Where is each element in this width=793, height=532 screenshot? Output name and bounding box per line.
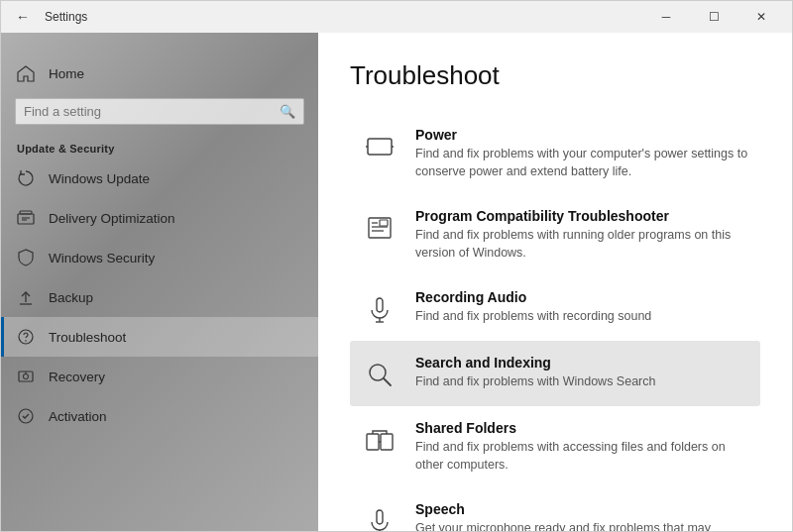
section-label: Update & Security (1, 133, 318, 159)
troubleshoot-list: Power Find and fix problems with your co… (350, 113, 760, 531)
titlebar: ← Settings ─ ☐ ✕ (1, 1, 792, 33)
ts-desc-program-compatibility: Find and fix problems with running older… (415, 227, 748, 262)
ts-text-program-compatibility: Program Compatibility Troubleshooter Fin… (415, 208, 748, 262)
sidebar-item-windows-update[interactable]: Windows Update (1, 159, 318, 198)
back-button[interactable]: ← (9, 3, 37, 31)
titlebar-title: Settings (45, 10, 87, 24)
ts-text-search-indexing: Search and Indexing Find and fix problem… (415, 355, 748, 391)
minimize-button[interactable]: ─ (643, 1, 689, 33)
power-icon (362, 129, 397, 164)
titlebar-left: ← Settings (9, 3, 87, 31)
svg-rect-1 (20, 211, 32, 214)
svg-rect-22 (367, 434, 379, 450)
sidebar-item-delivery-optimization[interactable]: Delivery Optimization (1, 198, 318, 238)
recovery-icon (17, 368, 35, 385)
svg-rect-23 (381, 434, 393, 450)
ts-item-power[interactable]: Power Find and fix problems with your co… (350, 113, 760, 194)
sidebar-header (1, 33, 318, 56)
ts-name-power: Power (415, 127, 748, 143)
backup-icon (17, 288, 35, 306)
sidebar-item-backup[interactable]: Backup (1, 277, 318, 317)
ts-desc-recording-audio: Find and fix problems with recording sou… (415, 308, 748, 326)
ts-item-program-compatibility[interactable]: Program Compatibility Troubleshooter Fin… (350, 194, 760, 275)
settings-window: ← Settings ─ ☐ ✕ Home (0, 0, 793, 532)
sidebar-item-recovery[interactable]: Recovery (1, 357, 318, 396)
sidebar-item-windows-security[interactable]: Windows Security (1, 238, 318, 277)
shared-folders-icon (362, 422, 397, 458)
svg-rect-17 (377, 298, 383, 312)
activation-label: Activation (49, 409, 107, 424)
troubleshoot-label: Troubleshoot (49, 330, 126, 345)
windows-update-icon (17, 169, 35, 187)
home-label: Home (49, 66, 84, 81)
recovery-label: Recovery (49, 370, 105, 384)
ts-text-power: Power Find and fix problems with your co… (415, 127, 748, 180)
svg-point-7 (24, 374, 29, 379)
ts-text-speech: Speech Get your microphone ready and fix… (415, 501, 748, 531)
main-content: Troubleshoot Power Find and fix problems… (318, 33, 792, 531)
ts-name-search-indexing: Search and Indexing (415, 355, 748, 371)
program-compatibility-icon (362, 210, 397, 246)
ts-desc-power: Find and fix problems with your computer… (415, 146, 748, 180)
ts-name-recording-audio: Recording Audio (415, 289, 748, 305)
svg-rect-16 (380, 220, 388, 226)
svg-rect-0 (18, 214, 34, 224)
sidebar-item-activation[interactable]: Activation (1, 396, 318, 436)
sidebar: Home 🔍 Update & Security Windows Update (1, 33, 318, 531)
windows-update-label: Windows Update (49, 171, 150, 186)
titlebar-controls: ─ ☐ ✕ (643, 1, 784, 33)
backup-label: Backup (49, 290, 93, 305)
ts-desc-speech: Get your microphone ready and fix proble… (415, 520, 748, 531)
search-input[interactable] (24, 104, 280, 119)
troubleshoot-icon (17, 328, 35, 346)
sidebar-item-troubleshoot[interactable]: Troubleshoot (1, 317, 318, 357)
svg-rect-25 (377, 510, 383, 524)
ts-text-shared-folders: Shared Folders Find and fix problems wit… (415, 420, 748, 474)
search-icon: 🔍 (280, 104, 295, 119)
ts-item-recording-audio[interactable]: Recording Audio Find and fix problems wi… (350, 275, 760, 341)
svg-rect-9 (368, 139, 392, 155)
search-indexing-icon (362, 357, 397, 392)
page-title: Troubleshoot (350, 60, 760, 91)
ts-desc-search-indexing: Find and fix problems with Windows Searc… (415, 373, 748, 391)
svg-line-21 (384, 378, 391, 385)
speech-icon (362, 503, 397, 531)
svg-point-5 (25, 340, 27, 342)
ts-item-speech[interactable]: Speech Get your microphone ready and fix… (350, 487, 760, 531)
content-area: Home 🔍 Update & Security Windows Update (1, 33, 792, 531)
ts-name-shared-folders: Shared Folders (415, 420, 748, 436)
windows-security-icon (17, 249, 35, 266)
close-button[interactable]: ✕ (738, 1, 784, 33)
ts-name-speech: Speech (415, 501, 748, 517)
maximize-button[interactable]: ☐ (691, 1, 736, 33)
ts-name-program-compatibility: Program Compatibility Troubleshooter (415, 208, 748, 224)
sidebar-item-home[interactable]: Home (1, 56, 318, 90)
delivery-optimization-label: Delivery Optimization (49, 211, 175, 226)
activation-icon (17, 407, 35, 425)
delivery-optimization-icon (17, 209, 35, 227)
ts-desc-shared-folders: Find and fix problems with accessing fil… (415, 439, 748, 474)
ts-text-recording-audio: Recording Audio Find and fix problems wi… (415, 289, 748, 326)
svg-point-8 (19, 409, 33, 423)
home-icon (17, 64, 35, 82)
search-box[interactable]: 🔍 (15, 98, 304, 125)
recording-audio-icon (362, 291, 397, 327)
ts-item-search-indexing[interactable]: Search and Indexing Find and fix problem… (350, 341, 760, 406)
windows-security-label: Windows Security (49, 251, 155, 266)
ts-item-shared-folders[interactable]: Shared Folders Find and fix problems wit… (350, 406, 760, 487)
